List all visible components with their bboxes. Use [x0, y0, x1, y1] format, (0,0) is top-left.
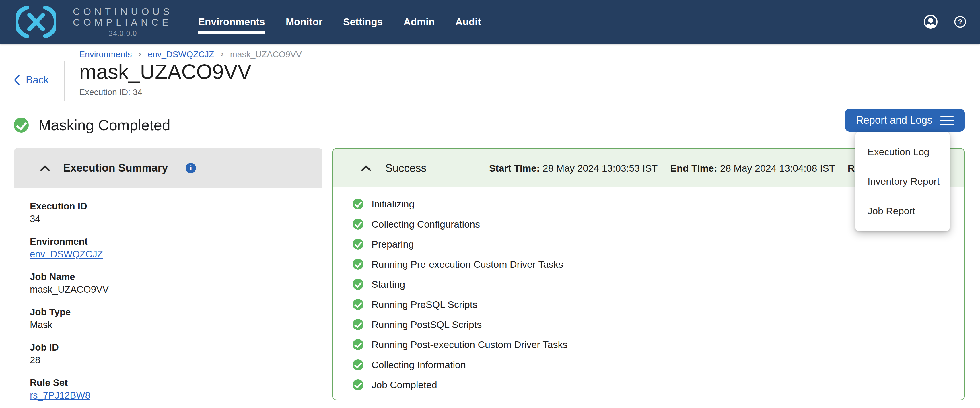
content-cards: Execution Summary i Execution ID 34 Envi…	[14, 148, 964, 408]
step-label: Initializing	[372, 198, 414, 210]
step-label: Running Post-execution Custom Driver Tas…	[372, 338, 568, 351]
field-label: Job Type	[30, 306, 311, 319]
brand-line-1: CONTINUOUS	[73, 6, 173, 17]
step-starting: Starting	[353, 278, 955, 291]
info-icon[interactable]: i	[186, 163, 196, 173]
report-and-logs-menu-wrap: Report and Logs Execution Log Inventory …	[845, 109, 964, 132]
check-circle-icon	[353, 239, 363, 250]
field-label: Job ID	[30, 341, 311, 354]
execution-summary-body: Execution ID 34 Environment env_DSWQZCJZ…	[14, 188, 322, 408]
check-circle-icon	[353, 299, 363, 310]
success-check-icon	[14, 118, 29, 132]
app-screen: CONTINUOUS COMPLIANCE 24.0.0.0 Environme…	[0, 0, 980, 408]
masking-status-title: Masking Completed	[38, 116, 170, 134]
report-and-logs-label: Report and Logs	[856, 114, 932, 126]
menu-item-job-report[interactable]: Job Report	[856, 196, 950, 226]
step-running-presql: Running PreSQL Scripts	[353, 298, 955, 311]
nav-item-settings[interactable]: Settings	[343, 16, 383, 27]
success-title: Success	[385, 162, 426, 174]
check-circle-icon	[353, 359, 363, 370]
menu-item-inventory-report[interactable]: Inventory Report	[856, 167, 950, 196]
delphix-x-logo	[16, 6, 56, 38]
check-circle-icon	[353, 319, 363, 330]
brand-text: CONTINUOUS COMPLIANCE 24.0.0.0	[73, 6, 173, 38]
collapse-chevron-icon[interactable]	[40, 164, 51, 172]
breadcrumb-environment-name[interactable]: env_DSWQZCJZ	[148, 49, 214, 59]
field-label: Environment	[30, 235, 311, 248]
step-label: Running PreSQL Scripts	[372, 298, 477, 311]
field-label: Execution ID	[30, 200, 311, 213]
field-environment: Environment env_DSWQZCJZ	[30, 235, 311, 261]
field-value: 28	[30, 354, 311, 367]
field-job-id: Job ID 28	[30, 341, 311, 367]
rule-set-link[interactable]: rs_7PJ12BW8	[30, 389, 91, 402]
nav-item-monitor[interactable]: Monitor	[286, 16, 323, 27]
top-navbar: CONTINUOUS COMPLIANCE 24.0.0.0 Environme…	[0, 0, 980, 44]
field-execution-id: Execution ID 34	[30, 200, 311, 225]
start-time-label: Start Time:	[489, 163, 540, 174]
step-preparing: Preparing	[353, 238, 955, 250]
help-icon[interactable]: ?	[954, 15, 967, 29]
breadcrumb-current: mask_UZACO9VV	[230, 49, 302, 59]
step-collecting-information: Collecting Information	[353, 359, 955, 371]
menu-item-execution-log[interactable]: Execution Log	[856, 137, 950, 167]
check-circle-icon	[353, 259, 363, 270]
field-rule-set: Rule Set rs_7PJ12BW8	[30, 376, 311, 402]
title-block: mask_UZACO9VV Execution ID: 34	[79, 60, 980, 97]
check-circle-icon	[353, 218, 363, 230]
execution-times: Start Time:28 May 2024 13:03:53 IST End …	[489, 163, 898, 174]
start-time: Start Time:28 May 2024 13:03:53 IST	[489, 163, 658, 174]
report-and-logs-button[interactable]: Report and Logs	[845, 109, 964, 132]
nav-item-audit[interactable]: Audit	[455, 16, 481, 27]
page-title: mask_UZACO9VV	[79, 60, 980, 83]
check-circle-icon	[353, 199, 363, 209]
step-label: Collecting Information	[372, 359, 466, 371]
field-job-type: Job Type Mask	[30, 306, 311, 331]
hamburger-icon	[940, 116, 954, 125]
step-job-completed: Job Completed	[353, 378, 955, 391]
step-label: Running PostSQL Scripts	[372, 318, 482, 331]
field-value: mask_UZACO9VV	[30, 283, 311, 296]
environment-link[interactable]: env_DSWQZCJZ	[30, 248, 103, 261]
step-running-postsql: Running PostSQL Scripts	[353, 318, 955, 331]
user-avatar-icon[interactable]	[923, 14, 938, 29]
breadcrumb-environments[interactable]: Environments	[79, 49, 132, 59]
breadcrumb: Environments › env_DSWQZCJZ › mask_UZACO…	[79, 49, 980, 59]
main-nav: Environments Monitor Settings Admin Audi…	[198, 16, 481, 27]
execution-id-subtitle: Execution ID: 34	[79, 87, 980, 97]
execution-summary-title: Execution Summary	[63, 162, 168, 174]
back-button[interactable]: Back	[13, 74, 49, 86]
brand-block: CONTINUOUS COMPLIANCE 24.0.0.0	[16, 6, 173, 38]
page-header: Back mask_UZACO9VV Execution ID: 34	[0, 60, 980, 103]
nav-item-admin[interactable]: Admin	[403, 16, 434, 27]
field-value: 34	[30, 213, 311, 225]
check-circle-icon	[353, 379, 363, 390]
chevron-left-icon	[13, 74, 21, 86]
step-running-post-execution: Running Post-execution Custom Driver Tas…	[353, 338, 955, 351]
start-time-value: 28 May 2024 13:03:53 IST	[543, 163, 658, 174]
navbar-actions: ?	[923, 14, 967, 29]
end-time-value: 28 May 2024 13:04:08 IST	[720, 163, 835, 174]
collapse-chevron-icon[interactable]	[361, 164, 372, 172]
step-running-pre-execution: Running Pre-execution Custom Driver Task…	[353, 258, 955, 271]
step-label: Running Pre-execution Custom Driver Task…	[372, 258, 563, 271]
field-label: Rule Set	[30, 376, 311, 389]
step-label: Starting	[372, 278, 405, 291]
field-label: Job Name	[30, 271, 311, 283]
brand-line-2: COMPLIANCE	[73, 17, 173, 27]
step-label: Collecting Configurations	[372, 218, 480, 230]
svg-text:?: ?	[958, 18, 962, 26]
end-time: End Time:28 May 2024 13:04:08 IST	[670, 163, 835, 174]
chevron-right-icon: ›	[220, 49, 223, 58]
report-dropdown-menu: Execution Log Inventory Report Job Repor…	[856, 132, 950, 231]
check-circle-icon	[353, 279, 363, 290]
field-job-name: Job Name mask_UZACO9VV	[30, 271, 311, 296]
brand-divider	[64, 8, 64, 36]
back-label: Back	[26, 74, 49, 86]
check-circle-icon	[353, 339, 363, 350]
status-row: Masking Completed	[14, 116, 980, 134]
nav-item-environments[interactable]: Environments	[198, 16, 265, 27]
end-time-label: End Time:	[670, 163, 717, 174]
brand-version: 24.0.0.0	[73, 29, 173, 38]
execution-summary-card: Execution Summary i Execution ID 34 Envi…	[14, 148, 323, 408]
